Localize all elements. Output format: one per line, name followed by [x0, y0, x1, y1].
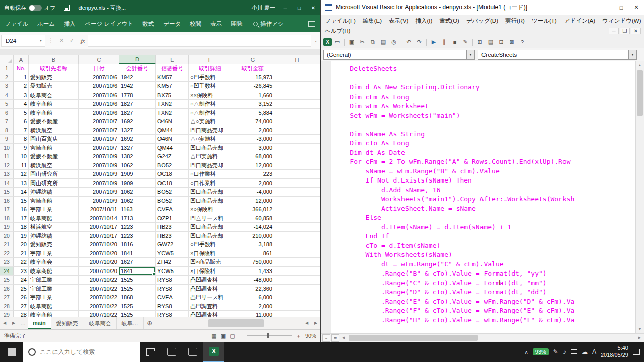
cell-no[interactable]: 14 [14, 188, 29, 197]
pinned-app-button[interactable] [182, 342, 203, 362]
cell-date[interactable]: 2007/10/22 [79, 311, 119, 317]
cell-slip-number[interactable]: TXN2 [156, 100, 189, 109]
row-number[interactable]: 23 [0, 258, 14, 267]
ribbon-tab[interactable]: ホーム [33, 16, 59, 32]
cell-date[interactable]: 2007/10/20 [79, 267, 119, 276]
cell-client-name[interactable]: 岐阜商船 [29, 214, 79, 223]
module-minimize-button[interactable]: ─ [609, 28, 619, 34]
cell-no[interactable]: 10 [14, 152, 29, 161]
scroll-left-icon[interactable]: ◀ [302, 317, 311, 329]
cell-no[interactable]: 4 [14, 100, 29, 109]
cell-empty[interactable] [274, 152, 320, 161]
paste-icon[interactable]: ▤ [378, 38, 388, 47]
cell-account-number[interactable]: 1223 [119, 223, 156, 232]
cell-account-number[interactable]: 1062 [119, 188, 156, 197]
cell-empty[interactable] [274, 214, 320, 223]
scrollbar-thumb[interactable] [208, 319, 264, 327]
header-empty[interactable] [274, 64, 320, 73]
excel-close-button[interactable]: ✕ [306, 5, 320, 11]
procedure-view-button[interactable]: ≡ [322, 334, 330, 342]
cell-detail[interactable]: 凹口商品売却 [189, 223, 231, 232]
scrollbar-track[interactable] [348, 334, 635, 342]
excel-taskbar-button[interactable]: X [203, 342, 224, 362]
cell-client-name[interactable]: 宇部工業 [29, 249, 79, 258]
cell-date[interactable]: 2007/10/6 [79, 91, 119, 100]
cell-detail[interactable]: △凹実施料 [189, 152, 231, 161]
cell-no[interactable]: 22 [14, 258, 29, 267]
chevron-down-icon[interactable]: ▼ [466, 50, 474, 59]
cell-no[interactable]: 20 [14, 240, 29, 249]
cell-amount[interactable]: 210,000 [231, 232, 274, 241]
cell-account-number[interactable]: 1841 [119, 249, 156, 258]
cell-empty[interactable] [274, 135, 320, 144]
cell-empty[interactable] [274, 285, 320, 294]
insert-function-button[interactable]: fx [77, 38, 88, 44]
page-layout-view-icon[interactable]: ▣ [221, 333, 226, 339]
cell-client-name[interactable]: 岡山百貨店 [29, 135, 79, 144]
row-number[interactable]: 20 [0, 232, 14, 241]
cell-empty[interactable] [274, 91, 320, 100]
cell-account-number[interactable]: 1062 [119, 161, 156, 170]
reset-icon[interactable]: ■ [450, 38, 460, 47]
column-header-g[interactable]: G [231, 55, 274, 64]
zoom-slider[interactable] [247, 335, 292, 336]
cell-empty[interactable] [274, 126, 320, 135]
row-number[interactable]: 15 [0, 188, 14, 197]
cell-account-number[interactable]: 1327 [119, 144, 156, 153]
cell-amount[interactable]: 15,973 [231, 73, 274, 82]
cell-slip-number[interactable]: O46N [156, 117, 189, 126]
cell-account-number[interactable]: 1841 [119, 267, 156, 276]
cell-client-name[interactable]: 岡山研究所 [29, 170, 79, 179]
cell-date[interactable]: 2007/10/6 [79, 100, 119, 109]
excel-maximize-button[interactable]: □ [292, 5, 306, 11]
cell-date[interactable]: 2007/10/22 [79, 293, 119, 302]
cell-client-name[interactable]: 宇部工業 [29, 285, 79, 294]
cell-no[interactable]: 16 [14, 205, 29, 214]
select-all-corner[interactable] [0, 55, 14, 64]
cell-amount[interactable]: 22,360 [231, 285, 274, 294]
cell-client-name[interactable]: 愛知販売 [29, 73, 79, 82]
cell-amount[interactable]: 5,884 [231, 109, 274, 118]
spreadsheet-grid[interactable]: A B C D E F G H 1 No. 取引先名称 日付 会計番号 信憑番号… [0, 55, 320, 317]
menu-item[interactable]: ファイル(F) [321, 17, 359, 25]
row-number[interactable]: 7 [0, 117, 14, 126]
cell-detail[interactable]: ○口作業料 [189, 179, 231, 188]
cell-client-name[interactable]: 横浜航空 [29, 223, 79, 232]
cell-date[interactable]: 2007/10/14 [79, 214, 119, 223]
cell-client-name[interactable]: 岐阜商会 [29, 258, 79, 267]
cell-amount[interactable]: 223 [231, 170, 274, 179]
cell-detail[interactable]: 凹×商品販売 [189, 258, 231, 267]
view-excel-icon[interactable]: X [323, 38, 332, 46]
header-detail[interactable]: 取引詳細 [189, 64, 231, 73]
cell-amount[interactable]: 750,000 [231, 258, 274, 267]
cell-slip-number[interactable]: OC18 [156, 179, 189, 188]
cell-date[interactable]: 2007/10/6 [79, 109, 119, 118]
cell-no[interactable]: 21 [14, 249, 29, 258]
cell-detail[interactable]: ○△制作料 [189, 100, 231, 109]
ribbon-tab[interactable]: 挿入 [59, 16, 80, 32]
cell-empty[interactable] [274, 249, 320, 258]
insert-userform-icon[interactable]: ▭ [332, 38, 342, 47]
cell-account-number[interactable]: 1909 [119, 170, 156, 179]
row-number[interactable]: 22 [0, 249, 14, 258]
row-number[interactable]: 29 [0, 311, 14, 317]
cell-slip-number[interactable]: QM44 [156, 126, 189, 135]
cell-amount[interactable]: 3,188 [231, 240, 274, 249]
cell-no[interactable]: 19 [14, 232, 29, 241]
cell-slip-number[interactable]: O46N [156, 135, 189, 144]
cell-detail[interactable]: ○凹手数料 [189, 73, 231, 82]
chevron-down-icon[interactable]: ▼ [628, 50, 636, 59]
cell-detail[interactable]: 凸凹調査料 [189, 276, 231, 285]
cell-account-number[interactable]: 1816 [119, 240, 156, 249]
cell-detail[interactable]: △○実施料 [189, 117, 231, 126]
cell-no[interactable]: 11 [14, 161, 29, 170]
cell-date[interactable]: 2007/10/20 [79, 240, 119, 249]
user-name[interactable]: 小川 慶一 [252, 4, 275, 12]
cell-empty[interactable] [274, 258, 320, 267]
menu-item[interactable]: ツール(T) [528, 17, 560, 25]
cell-slip-number[interactable]: OC18 [156, 170, 189, 179]
scroll-up-icon[interactable]: ▲ [636, 61, 644, 69]
cell-slip-number[interactable]: QM44 [156, 144, 189, 153]
cell-date[interactable]: 2007/10/20 [79, 249, 119, 258]
cell-account-number[interactable]: 1525 [119, 276, 156, 285]
